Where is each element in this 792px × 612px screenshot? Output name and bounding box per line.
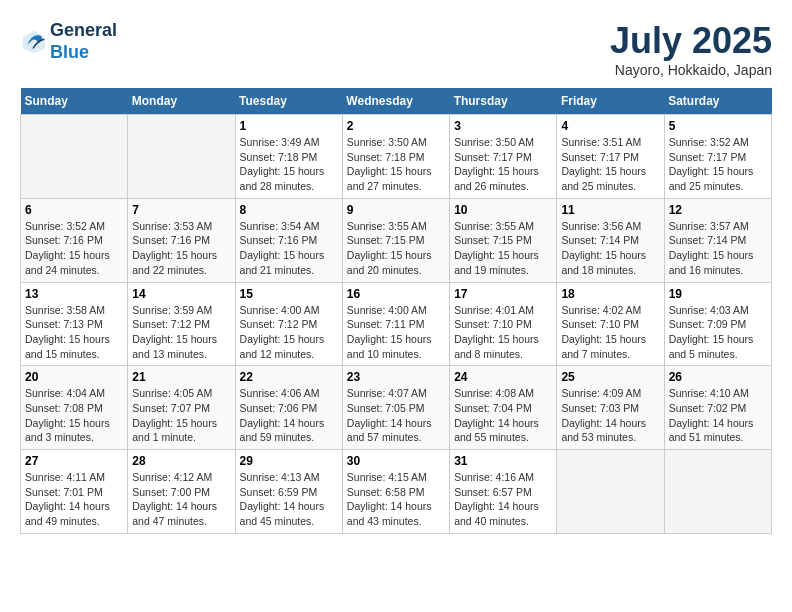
day-info: Sunrise: 4:04 AM Sunset: 7:08 PM Dayligh…	[25, 386, 123, 445]
calendar-cell: 16Sunrise: 4:00 AM Sunset: 7:11 PM Dayli…	[342, 282, 449, 366]
day-info: Sunrise: 4:00 AM Sunset: 7:11 PM Dayligh…	[347, 303, 445, 362]
calendar-cell: 30Sunrise: 4:15 AM Sunset: 6:58 PM Dayli…	[342, 450, 449, 534]
calendar-cell: 21Sunrise: 4:05 AM Sunset: 7:07 PM Dayli…	[128, 366, 235, 450]
day-number: 7	[132, 203, 230, 217]
calendar-cell: 28Sunrise: 4:12 AM Sunset: 7:00 PM Dayli…	[128, 450, 235, 534]
calendar-week-5: 27Sunrise: 4:11 AM Sunset: 7:01 PM Dayli…	[21, 450, 772, 534]
calendar-cell	[664, 450, 771, 534]
calendar-cell: 11Sunrise: 3:56 AM Sunset: 7:14 PM Dayli…	[557, 198, 664, 282]
day-number: 19	[669, 287, 767, 301]
calendar-cell: 29Sunrise: 4:13 AM Sunset: 6:59 PM Dayli…	[235, 450, 342, 534]
calendar-cell: 7Sunrise: 3:53 AM Sunset: 7:16 PM Daylig…	[128, 198, 235, 282]
day-info: Sunrise: 4:03 AM Sunset: 7:09 PM Dayligh…	[669, 303, 767, 362]
day-info: Sunrise: 4:13 AM Sunset: 6:59 PM Dayligh…	[240, 470, 338, 529]
day-number: 1	[240, 119, 338, 133]
logo: General Blue	[20, 20, 117, 63]
day-info: Sunrise: 3:57 AM Sunset: 7:14 PM Dayligh…	[669, 219, 767, 278]
day-info: Sunrise: 4:01 AM Sunset: 7:10 PM Dayligh…	[454, 303, 552, 362]
calendar-cell: 8Sunrise: 3:54 AM Sunset: 7:16 PM Daylig…	[235, 198, 342, 282]
day-info: Sunrise: 3:50 AM Sunset: 7:18 PM Dayligh…	[347, 135, 445, 194]
calendar-cell: 15Sunrise: 4:00 AM Sunset: 7:12 PM Dayli…	[235, 282, 342, 366]
day-number: 6	[25, 203, 123, 217]
weekday-header-sunday: Sunday	[21, 88, 128, 115]
day-number: 17	[454, 287, 552, 301]
calendar-cell: 10Sunrise: 3:55 AM Sunset: 7:15 PM Dayli…	[450, 198, 557, 282]
day-number: 11	[561, 203, 659, 217]
calendar-title: July 2025	[610, 20, 772, 62]
day-info: Sunrise: 3:51 AM Sunset: 7:17 PM Dayligh…	[561, 135, 659, 194]
day-info: Sunrise: 4:12 AM Sunset: 7:00 PM Dayligh…	[132, 470, 230, 529]
day-number: 31	[454, 454, 552, 468]
calendar-week-2: 6Sunrise: 3:52 AM Sunset: 7:16 PM Daylig…	[21, 198, 772, 282]
weekday-header-wednesday: Wednesday	[342, 88, 449, 115]
calendar-cell: 22Sunrise: 4:06 AM Sunset: 7:06 PM Dayli…	[235, 366, 342, 450]
calendar-cell: 12Sunrise: 3:57 AM Sunset: 7:14 PM Dayli…	[664, 198, 771, 282]
day-number: 21	[132, 370, 230, 384]
calendar-location: Nayoro, Hokkaido, Japan	[610, 62, 772, 78]
calendar-cell: 20Sunrise: 4:04 AM Sunset: 7:08 PM Dayli…	[21, 366, 128, 450]
day-number: 15	[240, 287, 338, 301]
day-number: 26	[669, 370, 767, 384]
day-info: Sunrise: 4:06 AM Sunset: 7:06 PM Dayligh…	[240, 386, 338, 445]
calendar-cell: 26Sunrise: 4:10 AM Sunset: 7:02 PM Dayli…	[664, 366, 771, 450]
day-info: Sunrise: 4:08 AM Sunset: 7:04 PM Dayligh…	[454, 386, 552, 445]
day-info: Sunrise: 3:54 AM Sunset: 7:16 PM Dayligh…	[240, 219, 338, 278]
calendar-cell: 31Sunrise: 4:16 AM Sunset: 6:57 PM Dayli…	[450, 450, 557, 534]
calendar-cell	[21, 115, 128, 199]
day-info: Sunrise: 3:50 AM Sunset: 7:17 PM Dayligh…	[454, 135, 552, 194]
day-info: Sunrise: 3:49 AM Sunset: 7:18 PM Dayligh…	[240, 135, 338, 194]
calendar-week-4: 20Sunrise: 4:04 AM Sunset: 7:08 PM Dayli…	[21, 366, 772, 450]
day-number: 9	[347, 203, 445, 217]
calendar-cell: 25Sunrise: 4:09 AM Sunset: 7:03 PM Dayli…	[557, 366, 664, 450]
day-info: Sunrise: 3:55 AM Sunset: 7:15 PM Dayligh…	[347, 219, 445, 278]
calendar-cell: 23Sunrise: 4:07 AM Sunset: 7:05 PM Dayli…	[342, 366, 449, 450]
day-number: 16	[347, 287, 445, 301]
day-info: Sunrise: 3:52 AM Sunset: 7:16 PM Dayligh…	[25, 219, 123, 278]
weekday-header-tuesday: Tuesday	[235, 88, 342, 115]
day-number: 4	[561, 119, 659, 133]
weekday-header-saturday: Saturday	[664, 88, 771, 115]
calendar-cell: 1Sunrise: 3:49 AM Sunset: 7:18 PM Daylig…	[235, 115, 342, 199]
day-info: Sunrise: 3:56 AM Sunset: 7:14 PM Dayligh…	[561, 219, 659, 278]
day-number: 12	[669, 203, 767, 217]
day-number: 2	[347, 119, 445, 133]
day-info: Sunrise: 4:15 AM Sunset: 6:58 PM Dayligh…	[347, 470, 445, 529]
weekday-header-thursday: Thursday	[450, 88, 557, 115]
day-number: 13	[25, 287, 123, 301]
page-header: General Blue July 2025 Nayoro, Hokkaido,…	[20, 20, 772, 78]
calendar-cell: 24Sunrise: 4:08 AM Sunset: 7:04 PM Dayli…	[450, 366, 557, 450]
day-number: 10	[454, 203, 552, 217]
day-info: Sunrise: 4:10 AM Sunset: 7:02 PM Dayligh…	[669, 386, 767, 445]
calendar-cell: 2Sunrise: 3:50 AM Sunset: 7:18 PM Daylig…	[342, 115, 449, 199]
weekday-header-friday: Friday	[557, 88, 664, 115]
logo-general: General	[50, 20, 117, 42]
day-number: 30	[347, 454, 445, 468]
day-info: Sunrise: 4:00 AM Sunset: 7:12 PM Dayligh…	[240, 303, 338, 362]
calendar-cell: 5Sunrise: 3:52 AM Sunset: 7:17 PM Daylig…	[664, 115, 771, 199]
day-number: 24	[454, 370, 552, 384]
day-info: Sunrise: 3:52 AM Sunset: 7:17 PM Dayligh…	[669, 135, 767, 194]
day-number: 3	[454, 119, 552, 133]
day-info: Sunrise: 4:09 AM Sunset: 7:03 PM Dayligh…	[561, 386, 659, 445]
day-info: Sunrise: 4:05 AM Sunset: 7:07 PM Dayligh…	[132, 386, 230, 445]
day-info: Sunrise: 4:11 AM Sunset: 7:01 PM Dayligh…	[25, 470, 123, 529]
calendar-cell: 3Sunrise: 3:50 AM Sunset: 7:17 PM Daylig…	[450, 115, 557, 199]
title-block: July 2025 Nayoro, Hokkaido, Japan	[610, 20, 772, 78]
calendar-week-3: 13Sunrise: 3:58 AM Sunset: 7:13 PM Dayli…	[21, 282, 772, 366]
day-number: 14	[132, 287, 230, 301]
day-number: 22	[240, 370, 338, 384]
day-number: 28	[132, 454, 230, 468]
day-number: 20	[25, 370, 123, 384]
calendar-table: SundayMondayTuesdayWednesdayThursdayFrid…	[20, 88, 772, 534]
calendar-week-1: 1Sunrise: 3:49 AM Sunset: 7:18 PM Daylig…	[21, 115, 772, 199]
calendar-cell: 14Sunrise: 3:59 AM Sunset: 7:12 PM Dayli…	[128, 282, 235, 366]
day-info: Sunrise: 3:55 AM Sunset: 7:15 PM Dayligh…	[454, 219, 552, 278]
logo-icon	[20, 28, 48, 56]
calendar-cell: 19Sunrise: 4:03 AM Sunset: 7:09 PM Dayli…	[664, 282, 771, 366]
calendar-cell	[557, 450, 664, 534]
calendar-cell	[128, 115, 235, 199]
calendar-cell: 9Sunrise: 3:55 AM Sunset: 7:15 PM Daylig…	[342, 198, 449, 282]
day-number: 27	[25, 454, 123, 468]
svg-marker-0	[23, 30, 45, 52]
calendar-cell: 27Sunrise: 4:11 AM Sunset: 7:01 PM Dayli…	[21, 450, 128, 534]
